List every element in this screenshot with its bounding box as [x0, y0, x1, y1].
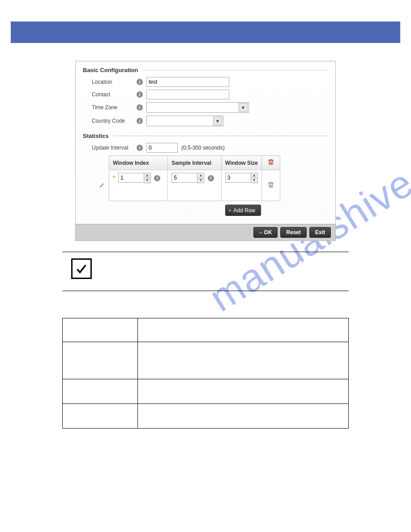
spinner-up-icon[interactable]: ▲ — [144, 173, 150, 178]
trash-icon — [267, 161, 274, 167]
timezone-label: Time Zone — [92, 104, 137, 111]
info-icon[interactable]: i — [137, 118, 143, 124]
spinner-down-icon[interactable]: ▼ — [144, 178, 150, 183]
config-panel: Basic Configuration Location i Contact i… — [75, 61, 336, 241]
table-row — [63, 379, 349, 404]
update-interval-hint: (0,5-300 seconds) — [181, 145, 225, 151]
info-icon[interactable]: i — [137, 145, 143, 151]
spinner-down-icon[interactable]: ▼ — [197, 178, 204, 183]
reset-button[interactable]: Reset — [280, 227, 307, 238]
table-row — [63, 318, 349, 342]
ok-label: OK — [264, 229, 272, 236]
update-interval-input[interactable] — [146, 143, 178, 153]
spinner-up-icon[interactable]: ▲ — [251, 173, 257, 178]
update-interval-label: Update Interval — [92, 145, 137, 151]
chevron-right-icon: » — [259, 230, 262, 235]
table-row — [63, 342, 349, 379]
pencil-icon[interactable] — [99, 183, 105, 189]
info-icon[interactable]: i — [154, 175, 160, 181]
document-table — [62, 318, 349, 429]
plus-icon: + — [228, 207, 232, 214]
add-row-button[interactable]: + Add Row — [225, 205, 261, 216]
chevron-down-icon: ▼ — [239, 103, 248, 112]
info-icon[interactable]: i — [137, 91, 143, 98]
ok-button[interactable]: » OK — [253, 227, 278, 238]
country-select[interactable]: ▼ — [146, 116, 223, 126]
window-index-input[interactable] — [118, 173, 144, 183]
timezone-select[interactable]: ▼ — [146, 102, 249, 113]
exit-button[interactable]: Exit — [309, 227, 331, 238]
divider — [62, 252, 349, 252]
contact-label: Contact — [92, 91, 137, 98]
col-window-index: Window Index — [109, 156, 168, 170]
basic-config-title: Basic Configuration — [83, 67, 138, 73]
reset-label: Reset — [286, 229, 301, 236]
exit-label: Exit — [315, 229, 325, 236]
add-row-label: Add Row — [233, 207, 255, 214]
info-icon[interactable]: i — [137, 104, 143, 111]
row-delete-cell[interactable] — [261, 170, 280, 201]
sample-interval-input[interactable] — [171, 173, 197, 183]
panel-footer: » OK Reset Exit — [76, 224, 335, 240]
spinner-up-icon[interactable]: ▲ — [197, 173, 204, 178]
location-label: Location — [92, 79, 137, 85]
page-header-bar — [11, 21, 400, 43]
statistics-table: Window Index Sample Interval Window Size… — [95, 155, 280, 201]
divider — [62, 291, 349, 291]
spinner-down-icon[interactable]: ▼ — [251, 178, 257, 183]
chevron-down-icon: ▼ — [213, 116, 222, 125]
country-label: Country Code — [92, 118, 137, 124]
document-body — [62, 252, 349, 429]
location-input[interactable] — [146, 77, 229, 87]
check-icon — [71, 258, 92, 279]
col-sample-interval: Sample Interval — [168, 156, 221, 170]
info-icon[interactable]: i — [208, 175, 214, 181]
info-icon[interactable]: i — [137, 79, 143, 85]
table-row: * ▲▼ i ▲▼ i ▲▼ — [95, 170, 280, 201]
section-rule — [113, 136, 328, 136]
section-rule — [143, 70, 328, 70]
window-size-spinner[interactable]: ▲▼ — [225, 173, 258, 183]
table-row — [63, 404, 349, 429]
required-star: * — [113, 175, 115, 181]
trash-icon — [267, 184, 274, 190]
contact-input[interactable] — [146, 90, 229, 99]
window-size-input[interactable] — [225, 173, 251, 183]
col-delete-all[interactable] — [261, 156, 280, 170]
statistics-title: Statistics — [83, 133, 109, 139]
col-window-size: Window Size — [221, 156, 261, 170]
sample-interval-spinner[interactable]: ▲▼ — [171, 173, 204, 183]
window-index-spinner[interactable]: ▲▼ — [118, 173, 151, 183]
